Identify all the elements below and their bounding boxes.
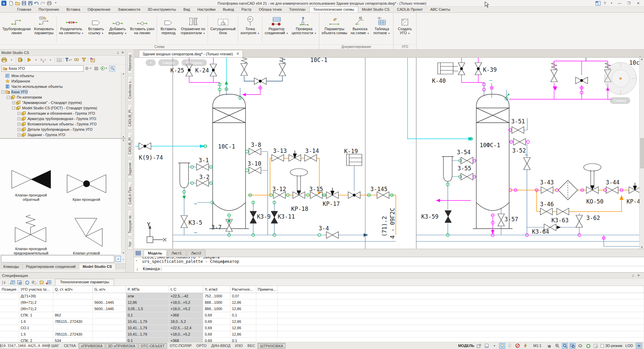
ribbon-tab-АВС Сметы[interactable]: АВС Сметы bbox=[427, 7, 454, 12]
side-tab-CADLIB_Pl...[interactable]: CADLIB_Pl... bbox=[127, 132, 132, 158]
spec-cell[interactable]: +368 bbox=[169, 312, 203, 318]
spec-cell[interactable]: +18,0...+5,2 bbox=[169, 305, 203, 312]
redo-icon[interactable] bbox=[40, 1, 46, 6]
tree-item[interactable]: +Детали трубопроводные - Группа УГО bbox=[0, 127, 125, 132]
side-tab-CadLib Про...[interactable]: CadLib Про... bbox=[127, 181, 132, 208]
run-dropdown-icon[interactable]: ▼ bbox=[33, 57, 39, 63]
pan-hand-icon[interactable] bbox=[546, 343, 552, 349]
view-control-pill-+[interactable]: + bbox=[146, 59, 156, 66]
spec-cell[interactable] bbox=[0, 293, 19, 299]
spec-cell[interactable]: 18,0...5,2 bbox=[169, 318, 203, 325]
canvas-vertical-scrollbar[interactable]: ▲▼ bbox=[639, 58, 644, 249]
ugo-symbol-Клапан проходной обратный[interactable]: Клапан проходной обратный bbox=[3, 143, 59, 202]
spec-cell[interactable]: 888...1000 bbox=[203, 305, 230, 312]
markers-dropdown-icon[interactable]: ▼ bbox=[48, 57, 53, 63]
spec-cell[interactable] bbox=[277, 305, 644, 312]
spec-cell[interactable] bbox=[93, 293, 126, 299]
ribbon-tab-Топоплан[interactable]: Топоплан bbox=[285, 7, 309, 12]
spec-column-header[interactable] bbox=[277, 286, 644, 293]
tree-expand-toggle[interactable]: + bbox=[17, 128, 20, 131]
nanocad-logo-icon[interactable]: n bbox=[1, 1, 6, 6]
spec-cell[interactable] bbox=[93, 312, 126, 318]
tree-expand-toggle[interactable]: − bbox=[12, 107, 15, 110]
spec-column-header[interactable]: Расчетное... bbox=[230, 286, 256, 293]
spec-column-header[interactable]: Q, ст. м3/ч bbox=[53, 286, 93, 293]
side-tab-Текущие пе...[interactable]: Текущие пе... bbox=[127, 210, 132, 236]
paper-pin-icon[interactable] bbox=[476, 343, 482, 349]
ugo-symbol-Кран проходной[interactable]: Кран проходной bbox=[59, 143, 114, 202]
ribbon-tab-Вид[interactable]: Вид bbox=[180, 7, 194, 12]
ribbon-tab-Облака точек[interactable]: Облака точек bbox=[255, 7, 286, 12]
spec-cell[interactable]: 785115...272430 bbox=[53, 318, 93, 325]
status-toggle-ОТС-ОБЪЕКТ[interactable]: ОТС-ОБЪЕКТ bbox=[138, 343, 167, 349]
palette-close-icon[interactable]: ✕ bbox=[121, 51, 124, 54]
ribbon-tab-Главная[interactable]: Главная bbox=[13, 7, 35, 12]
run-icon[interactable] bbox=[26, 57, 32, 63]
spec-cell[interactable]: 10,41...1,79 bbox=[126, 325, 169, 331]
spec-cell[interactable]: 0,69 bbox=[203, 337, 230, 342]
spec-cell[interactable] bbox=[0, 318, 19, 325]
tab-list-icon[interactable]: ⌄ bbox=[639, 54, 641, 57]
spec-cell[interactable]: 12,86 bbox=[230, 305, 256, 312]
ribbon-button-Вставить ссылку[interactable]: Вставитьссылку ▼ bbox=[85, 14, 107, 44]
save-as-icon[interactable]: a bbox=[28, 1, 33, 6]
ribbon-button-Трубопроводная линия[interactable]: Трубопроводнаялиния bbox=[1, 14, 33, 44]
properties-icon[interactable] bbox=[39, 279, 45, 285]
wheel-view-pill[interactable]: Сверху bbox=[610, 97, 630, 104]
document-tab-close-icon[interactable]: ✕ bbox=[236, 52, 239, 56]
spec-cell[interactable] bbox=[277, 312, 644, 318]
spec-cell[interactable] bbox=[256, 305, 277, 312]
print-icon[interactable] bbox=[47, 1, 52, 6]
tree-item[interactable]: Избранное bbox=[0, 78, 125, 84]
spec-cell[interactable] bbox=[93, 318, 126, 325]
ribbon-button-Точка контроля[interactable]: PIТочкаконтроля ▼ bbox=[239, 14, 261, 44]
ribbon-tab-Зависимости[interactable]: Зависимости bbox=[114, 7, 144, 12]
bulb-icon[interactable] bbox=[507, 343, 513, 349]
new-file-icon[interactable] bbox=[8, 1, 14, 6]
tree-item[interactable]: +Задание - Группа УГО bbox=[0, 132, 125, 137]
ribbon-tab-Построение[interactable]: Построение bbox=[35, 7, 63, 12]
spec-cell[interactable]: 752...1000 bbox=[203, 293, 230, 299]
ribbon-button-Разделитель на сегменты[interactable]: Разделительна сегменты ▼ bbox=[57, 14, 86, 44]
spec-cell[interactable] bbox=[53, 325, 93, 331]
spec-column-header[interactable]: t, C bbox=[169, 286, 203, 293]
pin-search-icon[interactable] bbox=[109, 66, 115, 71]
markers-icon[interactable]: aa bbox=[40, 57, 46, 63]
symbols-scrollbar[interactable]: ▲▼ bbox=[121, 139, 125, 254]
print-icon[interactable] bbox=[1, 57, 7, 63]
spec-cell[interactable]: +18,0...+5,2 bbox=[169, 331, 203, 337]
ribbon-tab-Технологические схемы[interactable]: Технологические схемы bbox=[309, 6, 358, 12]
spec-cell[interactable]: 0,1 bbox=[126, 337, 169, 342]
status-toggle-ШАГ[interactable]: ШАГ bbox=[49, 343, 61, 349]
sheet-menu-icon[interactable] bbox=[136, 250, 142, 256]
spec-cell[interactable]: 12,86 bbox=[230, 325, 256, 331]
status-circle-icon[interactable] bbox=[85, 66, 92, 71]
refresh-icon[interactable] bbox=[24, 279, 30, 285]
spec-row[interactable]: СПК. 25340,1+3680,690,1 bbox=[0, 337, 644, 342]
spec-cell[interactable]: +368 bbox=[169, 337, 203, 342]
sheet-tab-Модель[interactable]: Модель bbox=[144, 250, 167, 256]
spec-row[interactable]: Д(71+39)атм+22,5...-42752...10000,07 bbox=[0, 293, 644, 299]
tree-expand-toggle[interactable]: + bbox=[17, 133, 20, 136]
spec-cell[interactable] bbox=[256, 331, 277, 337]
ribbon-button-Вставить переход[interactable]: Вставитьпереход bbox=[158, 14, 179, 44]
spec-cell[interactable]: 0,69 bbox=[203, 325, 230, 331]
palette-pin-icon[interactable]: ⊥ bbox=[116, 51, 119, 54]
spec-cell[interactable]: 5600...1445 bbox=[93, 305, 126, 312]
sheet-tab-Лист2[interactable]: Лист2 bbox=[187, 250, 206, 256]
tree-expand-toggle[interactable]: + bbox=[12, 101, 15, 104]
spec-cell[interactable]: 0,1 bbox=[230, 337, 256, 342]
ribbon-tab-Вывод[interactable]: Вывод bbox=[219, 7, 237, 12]
spec-cell[interactable]: 12,86 bbox=[126, 299, 169, 305]
spec-cell[interactable] bbox=[53, 305, 93, 312]
spec-cell[interactable]: (99+71).2 bbox=[19, 305, 53, 312]
spec-cell[interactable] bbox=[256, 293, 277, 299]
close-button[interactable]: ✕ bbox=[634, 1, 643, 6]
orbit-icon[interactable] bbox=[577, 343, 583, 349]
sheet-tab-Лист1[interactable]: Лист1 bbox=[167, 250, 186, 256]
save-icon[interactable] bbox=[21, 1, 26, 6]
spec-pin-icon[interactable]: ⊥ bbox=[632, 274, 635, 277]
spec-cell[interactable]: 0,69 bbox=[203, 312, 230, 318]
no-sign-icon[interactable] bbox=[515, 343, 521, 349]
spec-cell[interactable]: 534 bbox=[53, 337, 93, 342]
